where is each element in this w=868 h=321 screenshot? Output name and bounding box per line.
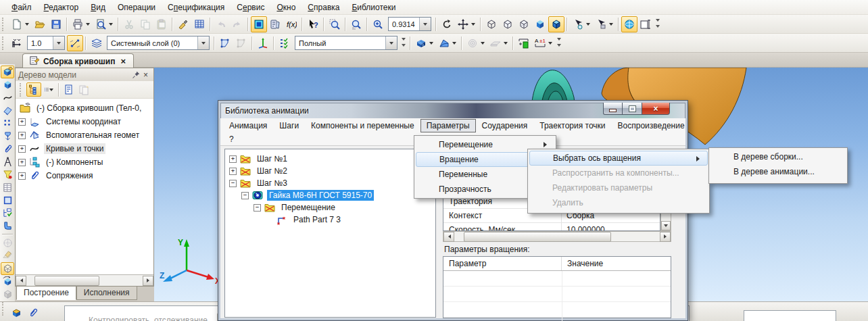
toolbar-overflow-icon[interactable] [654, 16, 662, 32]
refresh-view-button[interactable] [439, 16, 455, 32]
panel-tab-active[interactable]: Построение [16, 287, 76, 300]
animation-tree-item[interactable]: −Шаг №3 [225, 177, 435, 189]
move-view-button[interactable] [455, 16, 478, 32]
toolbar-overflow-icon[interactable] [555, 35, 563, 51]
new-document-button[interactable] [9, 16, 32, 32]
dialog-menu-item[interactable]: Траектория точки [533, 119, 611, 132]
expander-icon[interactable]: − [241, 192, 249, 199]
combo-dropdown-icon[interactable] [53, 36, 64, 49]
menubar-item[interactable]: Операции [112, 1, 162, 14]
close-button[interactable]: × [642, 103, 670, 115]
step-value-combo[interactable]: 1.0 [27, 36, 65, 50]
panel-tab-inactive[interactable]: Исполнения [76, 287, 137, 300]
bottom-combo[interactable] [744, 310, 836, 321]
animation-tree-item[interactable]: −Перемещение [225, 201, 435, 214]
expander-icon[interactable]: + [18, 159, 26, 166]
expander-icon[interactable]: − [254, 204, 261, 212]
minimize-button[interactable] [603, 103, 623, 115]
pin-icon[interactable] [130, 70, 141, 80]
combo-dropdown-icon[interactable] [419, 18, 431, 30]
menubar-item[interactable]: Вид [85, 1, 112, 14]
dialog-menu-item[interactable]: Воспроизведение [612, 119, 691, 132]
scroll-left-icon[interactable] [443, 232, 454, 242]
print-preview-button[interactable] [93, 16, 116, 32]
fx-button[interactable]: f(x) [283, 16, 299, 32]
model-tree-item[interactable]: +Сопряжения [16, 169, 153, 182]
expander-icon[interactable]: + [18, 118, 26, 126]
variables-button[interactable] [267, 16, 283, 32]
copy-button[interactable] [137, 16, 153, 32]
document-tab[interactable]: Сборка кривошип × [22, 53, 134, 68]
window-manager-button[interactable] [251, 16, 267, 32]
dimension-frame-button[interactable] [637, 16, 654, 32]
menubar-item[interactable]: Окно [270, 1, 302, 14]
scroll-down-icon[interactable] [661, 221, 671, 230]
expander-icon[interactable]: + [229, 168, 237, 175]
points-button[interactable] [1, 117, 14, 130]
menubar-item[interactable]: Спецификация [162, 1, 231, 14]
cut-button[interactable] [121, 16, 137, 32]
model-tree-item[interactable]: +Кривые и точки [16, 142, 153, 155]
report-button[interactable] [1, 181, 14, 194]
print-button[interactable] [70, 16, 93, 32]
expander-icon[interactable]: + [229, 155, 237, 163]
animation-tree-item[interactable]: −Гайка М8-6Н ГОСТ 5915-70 [225, 189, 435, 201]
sketch-button[interactable] [217, 35, 233, 51]
menubar-item[interactable]: Справка [302, 1, 345, 14]
components-stack-icon[interactable] [9, 305, 25, 321]
model-tree-item[interactable]: +Системы координат [16, 115, 153, 128]
context-help-button[interactable]: ? [305, 16, 321, 32]
redo-button[interactable] [229, 16, 245, 32]
mates-clip-icon[interactable] [25, 305, 41, 321]
spline-button[interactable] [1, 91, 14, 104]
dialog-menu-help[interactable]: ? [223, 132, 240, 146]
measure-3d-button[interactable] [1, 155, 14, 168]
local-cs-button[interactable] [255, 35, 271, 51]
shaded-button[interactable] [532, 16, 548, 32]
combo-dropdown-icon[interactable] [197, 36, 209, 49]
tab-close-icon[interactable]: × [119, 56, 127, 66]
animation-tree-item[interactable]: +Шаг №1 [225, 153, 435, 165]
animation-tree-item[interactable]: Path Part 7 3 [225, 214, 435, 226]
layer-value-combo[interactable]: Системный слой (0) [107, 36, 210, 50]
dialog-menu-item[interactable]: Шаги [273, 119, 305, 132]
dialog-menu-item[interactable]: Параметры [420, 119, 476, 132]
model-tree-item[interactable]: (-) Сборка кривошип (Тел-0, [16, 101, 153, 115]
save-document-button[interactable] [48, 16, 64, 32]
grey-cube-button[interactable] [1, 288, 14, 301]
shaded-edges-button[interactable] [548, 16, 564, 32]
spreadsheet-button[interactable] [191, 16, 208, 32]
menubar-item[interactable]: Сервис [231, 1, 270, 14]
frame-button[interactable] [1, 194, 14, 207]
edit-part-button[interactable] [1, 66, 14, 78]
paste-button[interactable] [153, 16, 170, 32]
model-tree-hscrollbar[interactable] [16, 274, 153, 286]
insert-component-button[interactable] [1, 130, 14, 143]
check-structure-button[interactable] [1, 207, 14, 220]
grid-hscrollbar[interactable] [443, 231, 671, 242]
chamfer-button[interactable] [436, 35, 459, 51]
wire-cube-button[interactable] [1, 262, 14, 275]
current-step-button[interactable] [9, 35, 25, 51]
copy-structure-button[interactable] [76, 82, 91, 97]
selection-filter-button[interactable] [570, 16, 593, 32]
table-row[interactable] [443, 287, 671, 302]
model-tree-item[interactable]: +Вспомогательная геомет [16, 128, 153, 142]
dialog-menu-item[interactable]: Анимация [223, 119, 273, 132]
measure-button[interactable] [516, 35, 532, 51]
menubar-item[interactable]: Файл [5, 1, 38, 14]
property-row[interactable]: Скорость, Мм/сек10.000000 [443, 223, 660, 231]
dialog-menu-item[interactable]: Компоненты и переменные [305, 119, 420, 132]
menu-item[interactable]: Выбрать ось вращения [529, 151, 708, 166]
hidden-lines-thin-button[interactable] [516, 16, 532, 32]
wireframe-button[interactable] [483, 16, 500, 32]
menubar-item[interactable]: Библиотеки [345, 1, 402, 14]
table-row[interactable] [443, 302, 671, 318]
menu-item[interactable]: В дереве сборки... [710, 149, 846, 164]
surface-button[interactable] [1, 104, 14, 117]
sketch-grey-button[interactable] [233, 35, 249, 51]
orientation-button[interactable] [621, 16, 637, 32]
scroll-right-icon[interactable] [143, 276, 153, 286]
hidden-lines-button[interactable] [500, 16, 516, 32]
toolbar-overflow-icon[interactable] [400, 35, 408, 51]
